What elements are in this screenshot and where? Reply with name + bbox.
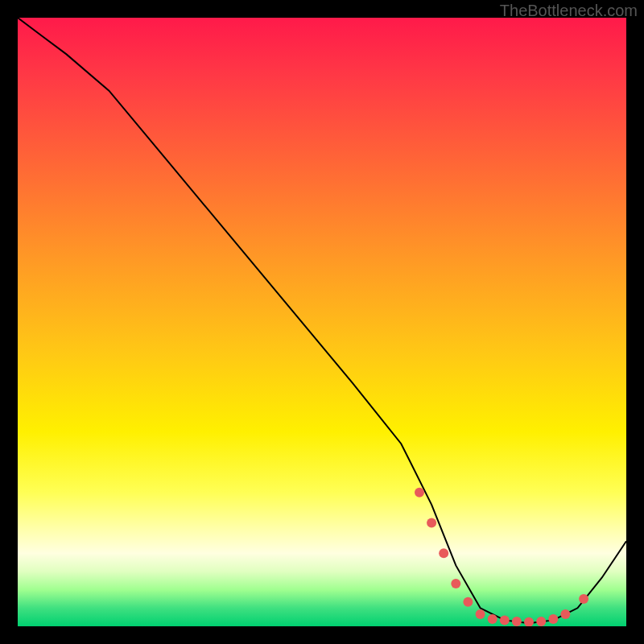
bottleneck-curve-path [18, 18, 626, 623]
marker-group [415, 488, 588, 626]
marker-point [560, 609, 570, 619]
marker-point [500, 615, 510, 625]
marker-point [548, 614, 558, 624]
marker-point [415, 488, 424, 497]
marker-point [512, 617, 522, 626]
marker-point [463, 597, 473, 607]
chart-svg [18, 18, 626, 626]
watermark-text: TheBottleneck.com [500, 2, 638, 20]
marker-point [488, 614, 497, 624]
marker-point [451, 579, 460, 588]
marker-point [439, 548, 448, 558]
marker-point [476, 609, 485, 619]
marker-point [579, 594, 588, 604]
marker-point [536, 617, 546, 626]
marker-point [427, 518, 436, 528]
plot-area [18, 18, 626, 626]
marker-point [524, 617, 534, 626]
